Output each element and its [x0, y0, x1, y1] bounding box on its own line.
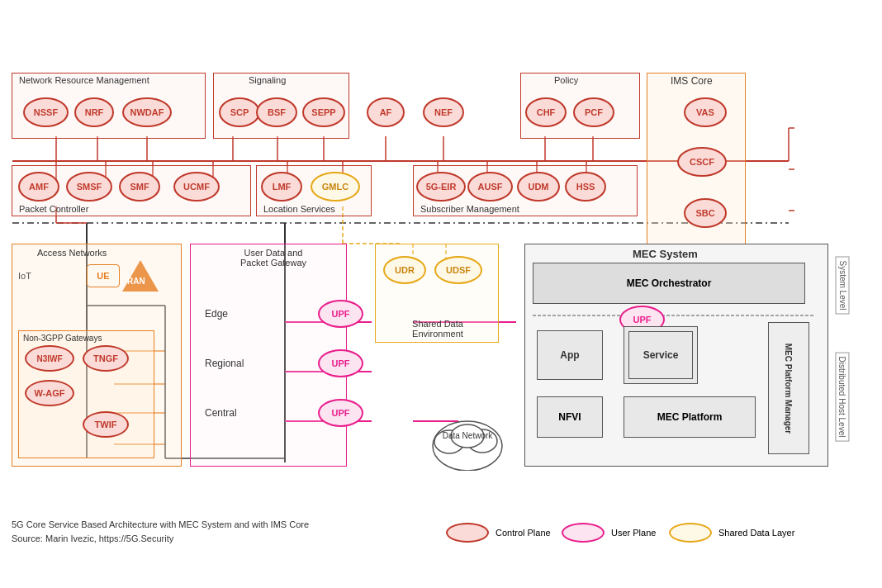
- iot-label: IoT: [18, 271, 31, 281]
- pcf-node: PCF: [573, 97, 614, 127]
- edge-label: Edge: [205, 308, 228, 320]
- diagram-container: Network Resource Management NSSF NRF NWD…: [0, 0, 882, 588]
- distributed-host-level-container: Distributed Host Level: [818, 339, 867, 454]
- legend-shared-data-layer: Shared Data Layer: [669, 523, 794, 543]
- system-level-label: System Level: [836, 256, 850, 314]
- legend-shared-data-layer-label: Shared Data Layer: [718, 528, 794, 538]
- nfvi-label: NFVI: [558, 411, 581, 423]
- af-node: AF: [367, 97, 405, 127]
- nfvi-box: NFVI: [537, 396, 603, 438]
- signaling-label: Signaling: [249, 75, 286, 85]
- legend-control-plane-label: Control Plane: [496, 528, 551, 538]
- ausf-node: AUSF: [467, 172, 513, 202]
- mec-platform-mgr-box: MEC Platform Manager: [768, 322, 809, 454]
- access-networks-label: Access Networks: [37, 248, 107, 258]
- ims-core-label: IMS Core: [671, 75, 713, 87]
- hss-node: HSS: [565, 172, 606, 202]
- cscf-node: CSCF: [677, 147, 727, 177]
- service-label: Service: [643, 349, 679, 361]
- upf-regional-node: UPF: [318, 349, 363, 377]
- lmf-node: LMF: [261, 172, 302, 202]
- non-3gpp-label: Non-3GPP Gateways: [23, 334, 102, 343]
- legend-shared-data-layer-oval: [669, 523, 712, 543]
- wagf-node: W-AGF: [25, 380, 74, 406]
- caption-title: 5G Core Service Based Architecture with …: [12, 518, 309, 533]
- ran-label: RAN: [127, 277, 145, 286]
- mec-platform-label: MEC Platform: [657, 411, 723, 423]
- gmlc-node: GMLC: [311, 172, 360, 202]
- udsf-node: UDSF: [434, 256, 482, 284]
- vas-node: VAS: [684, 97, 727, 127]
- mec-orchestrator-label: MEC Orchestrator: [627, 277, 712, 289]
- sbc-node: SBC: [684, 198, 727, 228]
- bsf-node: BSF: [256, 97, 297, 127]
- 5geir-node: 5G-EIR: [416, 172, 466, 202]
- system-level-container: System Level: [818, 252, 867, 318]
- amf-node: AMF: [18, 172, 59, 202]
- sepp-node: SEPP: [302, 97, 345, 127]
- tngf-node: TNGF: [83, 345, 129, 372]
- legend-control-plane-oval: [446, 523, 489, 543]
- distributed-host-label: Distributed Host Level: [836, 352, 850, 441]
- nef-node: NEF: [423, 97, 464, 127]
- caption: 5G Core Service Based Architecture with …: [12, 518, 309, 547]
- caption-source: Source: Marin Ivezic, https://5G.Securit…: [12, 532, 309, 547]
- packet-controller-label: Packet Controller: [19, 204, 88, 214]
- regional-label: Regional: [205, 358, 244, 369]
- nrf-node: NRF: [74, 97, 114, 127]
- shared-data-env-label: Shared Data Environment: [386, 319, 490, 339]
- service-box: Service: [624, 326, 698, 384]
- policy-label: Policy: [554, 75, 578, 85]
- app-label: App: [560, 349, 579, 361]
- legend-control-plane: Control Plane: [446, 523, 551, 543]
- udr-node: UDR: [383, 256, 426, 284]
- legend-user-plane: User Plane: [562, 523, 656, 543]
- svg-point-49: [433, 421, 502, 471]
- mec-system-label: MEC System: [633, 248, 698, 260]
- smsf-node: SMSF: [66, 172, 112, 202]
- user-data-label: User Data andPacket Gateway: [207, 248, 339, 268]
- app-box: App: [537, 330, 603, 380]
- upf-edge-node: UPF: [318, 300, 363, 328]
- data-network-label: Data Network: [438, 431, 497, 440]
- legend-user-plane-label: User Plane: [611, 528, 656, 538]
- nwdaf-node: NWDAF: [122, 97, 172, 127]
- mec-platform-mgr-label: MEC Platform Manager: [785, 343, 794, 433]
- smf-node: SMF: [119, 172, 160, 202]
- ucmf-node: UCMF: [173, 172, 220, 202]
- mec-orchestrator-box: MEC Orchestrator: [533, 263, 805, 304]
- udm-node: UDM: [517, 172, 560, 202]
- twif-node: TWIF: [83, 411, 129, 438]
- scp-node: SCP: [219, 97, 260, 127]
- central-label: Central: [205, 407, 237, 419]
- network-resource-mgmt-label: Network Resource Management: [19, 75, 149, 85]
- location-services-label: Location Services: [263, 204, 335, 214]
- mec-platform-box: MEC Platform: [624, 396, 756, 438]
- nssf-node: NSSF: [23, 97, 69, 127]
- upf-central-node: UPF: [318, 399, 363, 427]
- ran-triangle: [122, 260, 159, 292]
- ue-node: UE: [87, 264, 120, 287]
- chf-node: CHF: [525, 97, 567, 127]
- subscriber-mgmt-label: Subscriber Management: [420, 204, 519, 214]
- n3iwf-node: N3IWF: [25, 345, 74, 372]
- legend-user-plane-oval: [562, 523, 605, 543]
